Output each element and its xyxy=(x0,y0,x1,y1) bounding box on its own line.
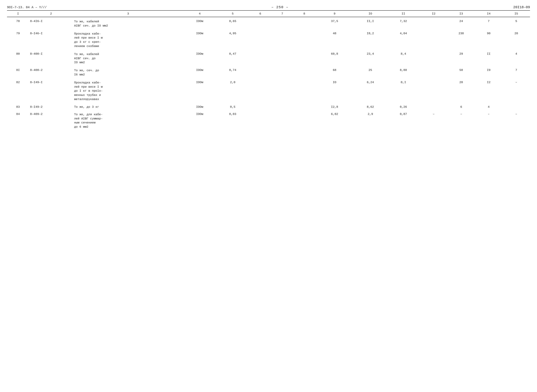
cell-r3-c12: 50 xyxy=(447,66,475,78)
cell-r0-c7 xyxy=(293,17,315,29)
cell-r6-c7 xyxy=(293,110,315,130)
cell-r4-c0: 82 xyxy=(7,78,29,103)
cell-r0-c4: 0,65 xyxy=(216,17,249,29)
cell-r4-c6 xyxy=(271,78,293,103)
cell-r0-c13: 7 xyxy=(475,17,502,29)
cell-r6-c14: – xyxy=(502,110,530,130)
cell-r2-c6 xyxy=(271,49,293,66)
cell-r1-c13: 90 xyxy=(475,29,502,49)
cell-r6-c2: То же, для кабе-лей АIВГ суммар-ным сече… xyxy=(73,110,183,130)
col-header-I3: I3 xyxy=(447,10,475,17)
cell-r4-c2: Прокладка кабе-лей при весе I мдо I кг в… xyxy=(73,78,183,103)
cell-r1-c14: 20 xyxy=(502,29,530,49)
cell-r3-c10: 8,88 xyxy=(387,66,420,78)
cell-r4-c5 xyxy=(249,78,271,103)
cell-r2-c11 xyxy=(420,49,447,66)
cell-r4-c12: 20 xyxy=(447,78,475,103)
cell-r0-c11 xyxy=(420,17,447,29)
col-header-4: 4 xyxy=(183,10,216,17)
cell-r1-c7 xyxy=(293,29,315,49)
cell-r3-c13: I9 xyxy=(475,66,502,78)
cell-r6-c9: 2,9 xyxy=(354,110,387,130)
cell-r3-c0: 8I xyxy=(7,66,29,78)
cell-r2-c2: То же, кабелейАIВГ сеч. доIO мм2 xyxy=(73,49,183,66)
cell-r1-c4: 4,95 xyxy=(216,29,249,49)
cell-r4-c8: IO xyxy=(315,78,354,103)
cell-r5-c14 xyxy=(502,103,530,110)
main-table: I23456789IOIII2I3I4I5 788–4I6–IТо же, ка… xyxy=(7,10,530,130)
cell-r1-c2: Прокладка кабе-лей при весе I мдо 3 кг с… xyxy=(73,29,183,49)
cell-r6-c3: IOOм xyxy=(183,110,216,130)
cell-r5-c5 xyxy=(249,103,271,110)
col-header-2: 2 xyxy=(29,10,73,17)
col-header-II: II xyxy=(387,10,420,17)
table-header-row: I23456789IOIII2I3I4I5 xyxy=(7,10,530,17)
cell-r3-c7 xyxy=(293,66,315,78)
cell-r0-c10: 7,32 xyxy=(387,17,420,29)
cell-r1-c0: 79 xyxy=(7,29,29,49)
cell-r4-c11 xyxy=(420,78,447,103)
header-center: – 250 – xyxy=(271,5,288,9)
col-header-7: 7 xyxy=(271,10,293,17)
cell-r5-c8: I2,8 xyxy=(315,103,354,110)
table-row: 798–I46–IПрокладка кабе-лей при весе I м… xyxy=(7,29,530,49)
cell-r3-c1: 8–400–2 xyxy=(29,66,73,78)
page-header: 9OI–7–13. 84 A – Y/// – 250 – 20I18–09 xyxy=(7,5,530,9)
cell-r4-c1: 8–I49–I xyxy=(29,78,73,103)
table-row: 808–400–IТо же, кабелейАIВГ сеч. доIO мм… xyxy=(7,49,530,66)
cell-r5-c9: 8,62 xyxy=(354,103,387,110)
cell-r5-c3: IOOм xyxy=(183,103,216,110)
cell-r3-c3: IOOм xyxy=(183,66,216,78)
cell-r3-c6 xyxy=(271,66,293,78)
cell-r3-c14: 7 xyxy=(502,66,530,78)
cell-r0-c2: То же, кабелейАIВГ сеч. до IO мм2 xyxy=(73,17,183,29)
cell-r0-c14: 5 xyxy=(502,17,530,29)
cell-r6-c5 xyxy=(249,110,271,130)
table-row: 838–I49–2То же, до 3 кгIOOм0,5I2,88,620,… xyxy=(7,103,530,110)
cell-r2-c12: 29 xyxy=(447,49,475,66)
cell-r3-c8: 68 xyxy=(315,66,354,78)
cell-r6-c13: – xyxy=(475,110,502,130)
cell-r3-c4: 0,74 xyxy=(216,66,249,78)
col-header-I2: I2 xyxy=(420,10,447,17)
cell-r4-c10: 0,I xyxy=(387,78,420,103)
cell-r1-c3: IOOм xyxy=(183,29,216,49)
col-header-8: 8 xyxy=(293,10,315,17)
col-header-I4: I4 xyxy=(475,10,502,17)
cell-r1-c1: 8–I46–I xyxy=(29,29,73,49)
cell-r0-c6 xyxy=(271,17,293,29)
cell-r2-c8: 60,8 xyxy=(315,49,354,66)
cell-r4-c14: – xyxy=(502,78,530,103)
cell-r0-c5 xyxy=(249,17,271,29)
cell-r6-c11: – xyxy=(420,110,447,130)
cell-r5-c7 xyxy=(293,103,315,110)
cell-r2-c1: 8–400–I xyxy=(29,49,73,66)
cell-r4-c4: 2,0 xyxy=(216,78,249,103)
cell-r2-c13: II xyxy=(475,49,502,66)
cell-r0-c1: 8–4I6–I xyxy=(29,17,73,29)
table-row: 848–409–2То же, для кабе-лей АIВГ суммар… xyxy=(7,110,530,130)
cell-r2-c0: 80 xyxy=(7,49,29,66)
cell-r2-c9: 23,4 xyxy=(354,49,387,66)
cell-r3-c9: 25 xyxy=(354,66,387,78)
cell-r2-c3: IOOм xyxy=(183,49,216,66)
cell-r6-c0: 84 xyxy=(7,110,29,130)
cell-r4-c3: IOOм xyxy=(183,78,216,103)
cell-r4-c7 xyxy=(293,78,315,103)
cell-r2-c14: 4 xyxy=(502,49,530,66)
cell-r5-c4: 0,5 xyxy=(216,103,249,110)
cell-r5-c1: 8–I49–2 xyxy=(29,103,73,110)
col-header-3: 3 xyxy=(73,10,183,17)
cell-r2-c4: 0,47 xyxy=(216,49,249,66)
cell-r1-c8: 48 xyxy=(315,29,354,49)
col-header-I: I xyxy=(7,10,29,17)
cell-r1-c5 xyxy=(249,29,271,49)
col-header-I5: I5 xyxy=(502,10,530,17)
cell-r1-c9: I8,2 xyxy=(354,29,387,49)
cell-r6-c8: 6,02 xyxy=(315,110,354,130)
cell-r4-c9: 6,24 xyxy=(354,78,387,103)
cell-r0-c8: 37,5 xyxy=(315,17,354,29)
cell-r6-c4: 0,03 xyxy=(216,110,249,130)
header-right: 20I18–09 xyxy=(513,5,530,9)
col-header-IO: IO xyxy=(354,10,387,17)
